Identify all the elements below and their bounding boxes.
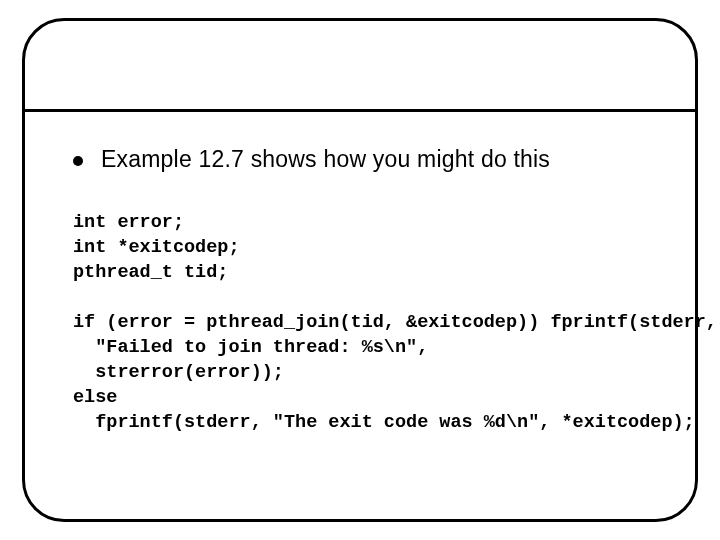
code-line: if (error = pthread_join(tid, &exitcodep… (73, 312, 717, 333)
code-line: pthread_t tid; (73, 262, 228, 283)
bullet-item: Example 12.7 shows how you might do this (73, 146, 550, 173)
code-line: int error; (73, 212, 184, 233)
code-line: fprintf(stderr, "The exit code was %d\n"… (73, 412, 695, 433)
code-block: int error; int *exitcodep; pthread_t tid… (73, 211, 717, 436)
divider (25, 109, 695, 112)
code-line: "Failed to join thread: %s\n", (73, 337, 428, 358)
code-line: int *exitcodep; (73, 237, 240, 258)
bullet-text: Example 12.7 shows how you might do this (101, 146, 550, 173)
bullet-icon (73, 156, 83, 166)
code-line: else (73, 387, 117, 408)
code-line: strerror(error)); (73, 362, 284, 383)
slide-frame: Example 12.7 shows how you might do this… (22, 18, 698, 522)
